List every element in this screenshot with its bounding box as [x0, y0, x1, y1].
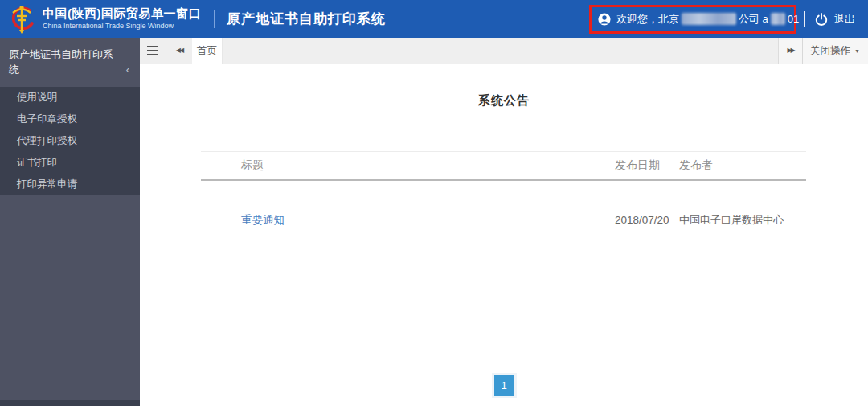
- welcome-suffix: 01: [788, 13, 799, 25]
- scroll-tabs-right-button[interactable]: ▶▶: [779, 38, 802, 64]
- user-icon: [598, 13, 611, 26]
- sidebar-title-label: 原产地证书自助打印系统: [9, 48, 113, 76]
- page-1-button[interactable]: 1: [494, 375, 514, 396]
- annotation-red-box: 欢迎您，北京 公司 a 01: [589, 5, 796, 34]
- collapse-chevron-icon[interactable]: ‹: [126, 62, 129, 77]
- app-header: 中国(陕西)国际贸易单一窗口 China International Trade…: [0, 0, 868, 38]
- sidebar-item-usage-instructions[interactable]: 使用说明: [0, 87, 140, 109]
- header-user-area: 欢迎您，北京 公司 a 01 退出: [589, 0, 868, 38]
- announcement-date: 2018/07/20: [615, 214, 679, 226]
- announcement-link[interactable]: 重要通知: [241, 214, 285, 226]
- close-operations-dropdown[interactable]: 关闭操作 ▼: [803, 38, 868, 64]
- double-arrow-left-icon: ◀◀: [176, 47, 182, 54]
- welcome-text: 欢迎您，北京 公司 a 01: [616, 12, 799, 27]
- logout-divider: [804, 11, 805, 27]
- brand-subtitle: China International Trade Single Window: [43, 23, 201, 31]
- sidebar-item-eseal-authorization[interactable]: 电子印章授权: [0, 109, 140, 130]
- sidebar-item-certificate-print[interactable]: 证书打印: [0, 152, 140, 174]
- double-arrow-right-icon: ▶▶: [787, 47, 793, 54]
- announcement-publisher: 中国电子口岸数据中心: [679, 213, 806, 228]
- page-title: 原产地证书自助打印系统: [227, 10, 386, 28]
- tab-bar: ◀◀ 首页 ▶▶ 关闭操作 ▼: [140, 38, 868, 64]
- title-divider: [214, 10, 215, 28]
- announcements-table: 标题 发布日期 发布者 重要通知 2018/07/20 中国电子口岸数据中心: [201, 151, 806, 228]
- welcome-mid: 公司 a: [739, 12, 768, 27]
- sidebar-menu: 使用说明 电子印章授权 代理打印授权 证书打印 打印异常申请: [0, 87, 140, 195]
- tabbar-right-controls: ▶▶ 关闭操作 ▼: [778, 38, 868, 64]
- tab-home[interactable]: 首页: [192, 38, 223, 64]
- column-header-publisher: 发布者: [679, 158, 806, 173]
- redacted-username: [771, 13, 785, 25]
- logout-button[interactable]: 退出: [834, 12, 855, 27]
- brand-title: 中国(陕西)国际贸易单一窗口: [43, 7, 201, 21]
- main-content: 系统公告 标题 发布日期 发布者 重要通知 2018/07/20 中国电子口岸数…: [140, 64, 868, 406]
- sidebar-item-print-exception-request[interactable]: 打印异常申请: [0, 174, 140, 195]
- sidebar: 原产地证书自助打印系统 ‹ 使用说明 电子印章授权 代理打印授权 证书打印 打印…: [0, 38, 140, 406]
- hamburger-icon: [147, 46, 158, 55]
- sidebar-title[interactable]: 原产地证书自助打印系统 ‹: [0, 38, 140, 87]
- column-header-date: 发布日期: [615, 158, 679, 173]
- scroll-tabs-left-button[interactable]: ◀◀: [166, 38, 192, 64]
- sidebar-footer-strip: [0, 400, 140, 406]
- customs-emblem-icon: [7, 3, 36, 35]
- announcements-title: 系统公告: [140, 93, 868, 109]
- column-header-title: 标题: [201, 158, 615, 173]
- pagination: 1: [140, 375, 868, 396]
- table-row: 重要通知 2018/07/20 中国电子口岸数据中心: [201, 181, 806, 228]
- close-operations-label: 关闭操作: [810, 44, 850, 58]
- welcome-prefix: 欢迎您，北京: [616, 12, 679, 27]
- toggle-sidebar-button[interactable]: [140, 38, 166, 64]
- chevron-down-icon: ▼: [854, 48, 860, 54]
- sidebar-item-agent-print-authorization[interactable]: 代理打印授权: [0, 130, 140, 152]
- power-icon[interactable]: [814, 12, 829, 27]
- table-header-row: 标题 发布日期 发布者: [201, 151, 806, 181]
- brand: 中国(陕西)国际贸易单一窗口 China International Trade…: [43, 7, 201, 30]
- redacted-company-name: [682, 13, 736, 25]
